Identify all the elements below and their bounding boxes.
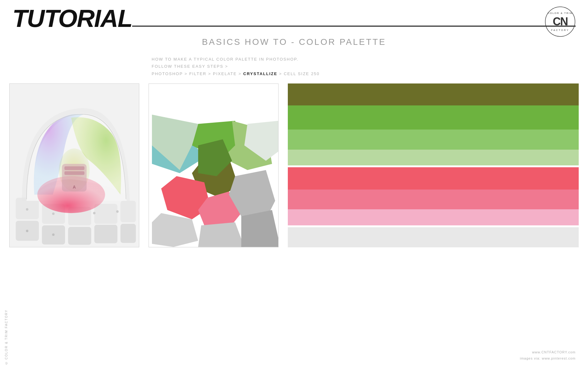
svg-point-17 <box>52 212 54 215</box>
swatch-pink-light <box>288 209 579 225</box>
svg-rect-12 <box>94 225 118 243</box>
svg-text:CN: CN <box>553 15 568 28</box>
swatch-green-medium <box>288 130 579 150</box>
svg-point-18 <box>52 233 54 236</box>
svg-text:A: A <box>73 185 76 190</box>
footer-copyright: © COLOR & TRIM FACTORY <box>5 309 8 365</box>
crystallize-panel <box>149 83 279 247</box>
instruction-line2: FOLLOW THESE EASY STEPS > <box>152 63 320 70</box>
svg-rect-10 <box>68 227 91 245</box>
svg-text:FACTORY: FACTORY <box>551 29 569 32</box>
svg-text:COLOR & TRIM: COLOR & TRIM <box>547 12 573 15</box>
swatch-olive-dark <box>288 83 579 105</box>
swatch-pink-medium <box>288 190 579 210</box>
svg-point-20 <box>116 210 119 213</box>
svg-rect-13 <box>120 201 136 222</box>
svg-point-19 <box>93 212 96 214</box>
swatch-green-bright <box>288 105 579 130</box>
panels-container: A <box>9 83 579 247</box>
svg-rect-14 <box>120 224 136 243</box>
instruction-cellsize: > CELL SIZE 250 <box>277 71 320 76</box>
shoe-panel: A <box>9 83 139 247</box>
header: TUTORIAL <box>12 6 576 31</box>
svg-point-16 <box>26 230 28 232</box>
shoe-illustration: A <box>10 84 139 247</box>
instruction-line3: PHOTOSHOP > FILTER > PIXELATE > CRYSTALL… <box>152 70 320 77</box>
swatch-red-coral <box>288 167 579 189</box>
footer-source: images via: www.pinterest.com <box>520 356 576 362</box>
logo: COLOR & TRIM CN FACTORY <box>545 6 576 37</box>
footer-website: www.CNTFACTORY.com <box>520 349 576 356</box>
crystallize-highlight: CRYSTALLIZE <box>243 71 277 76</box>
svg-rect-11 <box>94 204 118 224</box>
instruction-photoshop: PHOTOSHOP > FILTER > PIXELATE > <box>152 71 243 76</box>
crystallize-illustration <box>149 84 278 247</box>
footer-links: www.CNTFACTORY.com images via: www.pinte… <box>520 349 576 362</box>
svg-marker-37 <box>241 210 278 247</box>
logo-svg: COLOR & TRIM CN FACTORY <box>545 6 576 37</box>
instruction-line1: HOW TO MAKE A TYPICAL COLOR PALETTE IN P… <box>152 56 320 63</box>
svg-point-15 <box>26 208 28 211</box>
instructions: HOW TO MAKE A TYPICAL COLOR PALETTE IN P… <box>152 56 320 77</box>
color-palette-panel <box>288 83 579 247</box>
tutorial-title: TUTORIAL <box>12 6 132 31</box>
swatch-green-light <box>288 150 579 166</box>
page-subtitle: BASICS HOW TO - COLOR PALETTE <box>0 37 588 47</box>
swatch-gray-light <box>288 227 579 247</box>
header-line <box>132 26 576 27</box>
